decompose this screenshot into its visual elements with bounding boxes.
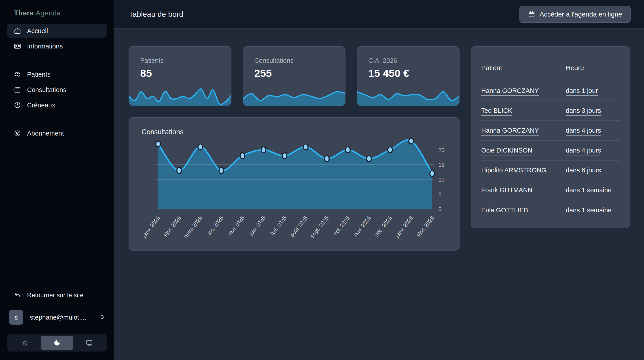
sidebar-item-creneaux[interactable]: Créneaux	[7, 98, 107, 112]
euro-icon	[14, 130, 21, 137]
stat-value: 85	[129, 64, 231, 79]
svg-text:sept. 2025: sept. 2025	[309, 215, 330, 239]
svg-text:20: 20	[438, 147, 445, 153]
theme-system-button[interactable]	[73, 336, 105, 350]
appointment-time-link[interactable]: dans 4 jours	[566, 127, 601, 136]
table-row: Eula GOTTLIEB dans 1 semaine	[481, 200, 620, 220]
svg-text:janv. 2025: janv. 2025	[141, 215, 161, 238]
stat-value: 15 450 €	[357, 64, 459, 79]
stat-value: 255	[243, 64, 345, 79]
consultations-line-chart: 05101520janv. 2025févr. 2025mars 2025avr…	[129, 118, 459, 250]
stat-label: Patients	[129, 47, 231, 64]
svg-text:15: 15	[438, 162, 445, 168]
sidebar-item-label: Créneaux	[27, 102, 55, 109]
table-row: Hanna GORCZANY dans 1 jour	[481, 81, 620, 101]
svg-text:10: 10	[438, 177, 445, 183]
sparkline-revenue	[357, 84, 459, 106]
theme-toggle	[7, 334, 107, 352]
sidebar-nav: Accueil Informations Patients Consultati…	[7, 24, 107, 142]
sidebar-item-label: Informations	[27, 43, 63, 50]
users-icon	[14, 71, 21, 78]
patient-link[interactable]: Ted BLICK	[481, 107, 512, 116]
page-title: Tableau de bord	[129, 10, 183, 18]
user-menu-chevron-icon	[99, 313, 105, 321]
sidebar-spacer	[7, 142, 107, 292]
stat-card-patients: Patients 85	[128, 46, 232, 106]
patient-link[interactable]: Frank GUTMANN	[481, 186, 532, 195]
home-icon	[14, 27, 21, 34]
svg-text:août 2025: août 2025	[289, 215, 309, 238]
stat-card-revenue: C.A. 2026 15 450 €	[357, 46, 460, 106]
svg-text:juil. 2025: juil. 2025	[269, 215, 288, 236]
id-card-icon	[14, 43, 21, 50]
brand-logo: TheraAgenda	[7, 7, 107, 24]
brand-name-bold: Thera	[14, 9, 34, 17]
theme-dark-button[interactable]	[41, 336, 73, 350]
sidebar-item-label: Consultations	[27, 86, 66, 94]
left-column: Patients 85 Consultations 255 C.A. 2026 …	[128, 46, 460, 251]
user-email: stephane@mulot....	[30, 314, 92, 321]
theme-light-button[interactable]	[9, 336, 41, 350]
brand-name-light: Agenda	[36, 9, 61, 17]
calendar-icon	[14, 86, 21, 93]
patient-link[interactable]: Eula GOTTLIEB	[481, 206, 528, 215]
svg-text:juin 2025: juin 2025	[248, 215, 266, 236]
dashboard-content: Patients 85 Consultations 255 C.A. 2026 …	[114, 29, 644, 251]
svg-text:5: 5	[438, 191, 442, 197]
user-menu[interactable]: s stephane@mulot....	[7, 310, 107, 325]
calendar-icon	[528, 11, 535, 18]
sidebar-item-accueil[interactable]: Accueil	[7, 24, 107, 38]
patient-link[interactable]: Hanna GORCZANY	[481, 127, 539, 136]
stat-label: C.A. 2026	[357, 47, 459, 64]
table-row: Hanna GORCZANY dans 4 jours	[481, 121, 620, 141]
patient-link[interactable]: Ocie DICKINSON	[481, 147, 532, 156]
appointment-time-link[interactable]: dans 6 jours	[566, 167, 601, 175]
table-row: Frank GUTMANN dans 1 semaine	[481, 180, 620, 200]
sparkline-patients	[129, 84, 231, 106]
table-row: Ocie DICKINSON dans 4 jours	[481, 141, 620, 161]
svg-text:mars 2025: mars 2025	[182, 215, 204, 239]
sidebar-item-consultations[interactable]: Consultations	[7, 83, 107, 97]
appointment-time-link[interactable]: dans 1 semaine	[566, 186, 612, 195]
sidebar-divider	[7, 119, 107, 119]
open-online-agenda-button[interactable]: Accéder à l'agenda en ligne	[520, 6, 630, 23]
main-area: Tableau de bord Accéder à l'agenda en li…	[114, 0, 644, 360]
stats-row: Patients 85 Consultations 255 C.A. 2026 …	[128, 46, 460, 106]
sidebar-item-label: Abonnement	[27, 130, 64, 137]
appointment-time-link[interactable]: dans 1 semaine	[566, 206, 612, 215]
open-online-agenda-label: Accéder à l'agenda en ligne	[540, 10, 622, 18]
stat-card-consultations: Consultations 255	[242, 46, 346, 106]
back-to-site-link[interactable]: Retourner sur le site	[7, 292, 107, 299]
avatar: s	[9, 310, 23, 325]
column-header-patient: Patient	[481, 64, 566, 72]
svg-text:avr. 2025: avr. 2025	[206, 215, 224, 236]
sparkline-consultations	[243, 84, 345, 106]
svg-text:janv. 2026: janv. 2026	[394, 215, 414, 238]
svg-text:févr. 2025: févr. 2025	[162, 215, 182, 238]
sidebar-item-abonnement[interactable]: Abonnement	[7, 126, 107, 140]
appointment-time-link[interactable]: dans 1 jour	[566, 87, 598, 96]
patient-link[interactable]: Hipolito ARMSTRONG	[481, 167, 546, 175]
stat-label: Consultations	[243, 47, 345, 64]
table-row: Hipolito ARMSTRONG dans 6 jours	[481, 161, 620, 180]
svg-text:déc. 2025: déc. 2025	[374, 215, 393, 238]
upcoming-appointments-panel: Patient Heure Hanna GORCZANY dans 1 jour…	[471, 46, 630, 228]
topbar: Tableau de bord Accéder à l'agenda en li…	[114, 0, 644, 29]
clock-icon	[14, 102, 21, 109]
table-row: Ted BLICK dans 3 jours	[481, 101, 620, 121]
patient-link[interactable]: Hanna GORCZANY	[481, 87, 539, 96]
svg-text:févr. 2026: févr. 2026	[416, 215, 435, 238]
svg-text:mai 2025: mai 2025	[227, 215, 246, 236]
consultations-chart-card: Consultations 05101520janv. 2025févr. 20…	[128, 117, 460, 251]
appointment-time-link[interactable]: dans 4 jours	[566, 147, 601, 156]
sidebar-item-informations[interactable]: Informations	[7, 39, 107, 53]
svg-text:oct. 2025: oct. 2025	[332, 215, 351, 236]
svg-text:nov. 2025: nov. 2025	[353, 215, 372, 237]
back-to-site-label: Retourner sur le site	[27, 292, 84, 299]
return-arrow-icon	[14, 292, 21, 299]
appointments-table-header: Patient Heure	[481, 64, 620, 81]
column-header-heure: Heure	[566, 64, 620, 72]
sidebar-divider	[7, 60, 107, 60]
sidebar-item-patients[interactable]: Patients	[7, 67, 107, 81]
appointment-time-link[interactable]: dans 3 jours	[566, 107, 601, 116]
